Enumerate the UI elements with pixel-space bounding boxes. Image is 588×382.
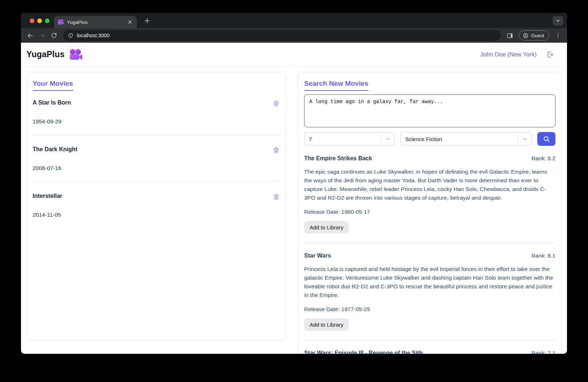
user-area: John Doe (New York) bbox=[480, 51, 559, 59]
back-icon[interactable] bbox=[25, 30, 35, 41]
result-release-date: Release Date: 1980-05-17 bbox=[304, 209, 555, 215]
movie-title: A Star Is Born bbox=[33, 99, 71, 106]
add-to-library-button[interactable]: Add to Library bbox=[304, 318, 349, 331]
genre-filter-value: Science Fiction bbox=[405, 136, 442, 142]
movie-release-date: 1954-09-29 bbox=[33, 118, 280, 125]
search-controls: 7 Science Fiction bbox=[304, 132, 555, 146]
site-info-icon[interactable] bbox=[68, 33, 74, 38]
result-description: Princess Leia is captured and held hosta… bbox=[304, 265, 555, 300]
library-movie-row: A Star Is Born 1954-09-29 bbox=[33, 91, 280, 135]
tab-favicon-movie-camera-icon bbox=[58, 19, 64, 25]
avatar-icon bbox=[522, 33, 529, 39]
rank-filter-value: 7 bbox=[309, 136, 312, 142]
address-bar[interactable]: localhost:3000 bbox=[63, 30, 501, 41]
desktop-background: YugaPlus bbox=[0, 0, 588, 382]
search-query-textarea[interactable]: A long time ago in a galaxy far, far awa… bbox=[304, 94, 555, 127]
result-rank: Rank: 7.1 bbox=[532, 350, 555, 354]
search-new-movies-title: Search New Movies bbox=[304, 80, 368, 91]
your-movies-title: Your Movies bbox=[33, 80, 73, 91]
search-new-movies-panel: Search New Movies A long time ago in a g… bbox=[298, 72, 562, 354]
movie-camera-logo-icon bbox=[69, 49, 83, 60]
delete-movie-trash-icon[interactable] bbox=[272, 99, 280, 107]
brand: YugaPlus bbox=[26, 49, 83, 60]
result-divider bbox=[304, 340, 555, 340]
tab-title: YugaPlus bbox=[67, 20, 124, 25]
movie-title: Interstellar bbox=[33, 193, 62, 199]
search-icon bbox=[543, 135, 550, 143]
url-text: localhost:3000 bbox=[77, 33, 109, 38]
main-content: Your Movies A Star Is Born bbox=[21, 67, 567, 354]
chevron-down-icon bbox=[381, 136, 394, 142]
result-release-date: Release Date: 1977-05-25 bbox=[304, 306, 555, 313]
tab-strip: YugaPlus bbox=[21, 13, 567, 28]
search-button[interactable] bbox=[537, 132, 555, 146]
side-panel-icon[interactable] bbox=[505, 30, 516, 41]
your-movies-panel: Your Movies A Star Is Born bbox=[26, 72, 286, 341]
profile-label: Guest bbox=[531, 33, 544, 38]
profile-button[interactable]: Guest bbox=[519, 30, 549, 41]
page-content: YugaPlus bbox=[21, 43, 567, 354]
search-result: Star Wars Rank: 8.1 Princess Leia is cap… bbox=[304, 252, 555, 340]
result-title: Star Wars bbox=[304, 252, 331, 259]
zoom-window-button[interactable] bbox=[45, 18, 50, 23]
result-rank: Rank: 8.2 bbox=[532, 155, 555, 162]
browser-menu-kebab-icon[interactable] bbox=[553, 30, 563, 41]
app-header: YugaPlus bbox=[21, 43, 567, 67]
search-result: Star Wars: Episode III - Revenge of the … bbox=[304, 350, 555, 354]
browser-window: YugaPlus bbox=[21, 13, 567, 354]
forward-icon[interactable] bbox=[37, 30, 47, 41]
library-movie-row: The Dark Knight 2008-07-16 bbox=[33, 135, 280, 182]
add-to-library-button[interactable]: Add to Library bbox=[304, 221, 349, 233]
delete-movie-trash-icon[interactable] bbox=[272, 146, 280, 154]
chevron-down-icon bbox=[518, 136, 531, 142]
tab-close-icon[interactable] bbox=[127, 19, 133, 25]
result-rank: Rank: 8.1 bbox=[532, 252, 555, 259]
delete-movie-trash-icon[interactable] bbox=[272, 193, 280, 201]
browser-tab-yugaplus[interactable]: YugaPlus bbox=[54, 16, 137, 28]
result-title: The Empire Strikes Back bbox=[304, 155, 372, 162]
close-window-button[interactable] bbox=[30, 18, 34, 23]
new-tab-button[interactable] bbox=[142, 16, 152, 26]
app-title: YugaPlus bbox=[26, 50, 64, 59]
result-title: Star Wars: Episode III - Revenge of the … bbox=[304, 350, 423, 354]
browser-toolbar: localhost:3000 Guest bbox=[21, 28, 567, 43]
movie-title: The Dark Knight bbox=[33, 146, 77, 153]
result-divider bbox=[304, 243, 555, 243]
movie-release-date: 2014-11-05 bbox=[33, 212, 280, 218]
window-controls bbox=[21, 18, 54, 23]
reload-icon[interactable] bbox=[49, 30, 59, 41]
rank-filter-select[interactable]: 7 bbox=[304, 132, 395, 145]
movie-release-date: 2008-07-16 bbox=[33, 165, 280, 171]
genre-filter-select[interactable]: Science Fiction bbox=[400, 132, 532, 145]
result-description: The epic saga continues as Luke Skywalke… bbox=[304, 167, 555, 202]
logout-icon[interactable] bbox=[546, 51, 554, 59]
user-profile-link[interactable]: John Doe (New York) bbox=[480, 51, 537, 58]
minimize-window-button[interactable] bbox=[37, 18, 42, 23]
library-movie-row: Interstellar 2014-11-05 bbox=[33, 182, 280, 228]
tab-search-chevron-icon[interactable] bbox=[553, 16, 563, 26]
search-result: The Empire Strikes Back Rank: 8.2 The ep… bbox=[304, 155, 555, 243]
